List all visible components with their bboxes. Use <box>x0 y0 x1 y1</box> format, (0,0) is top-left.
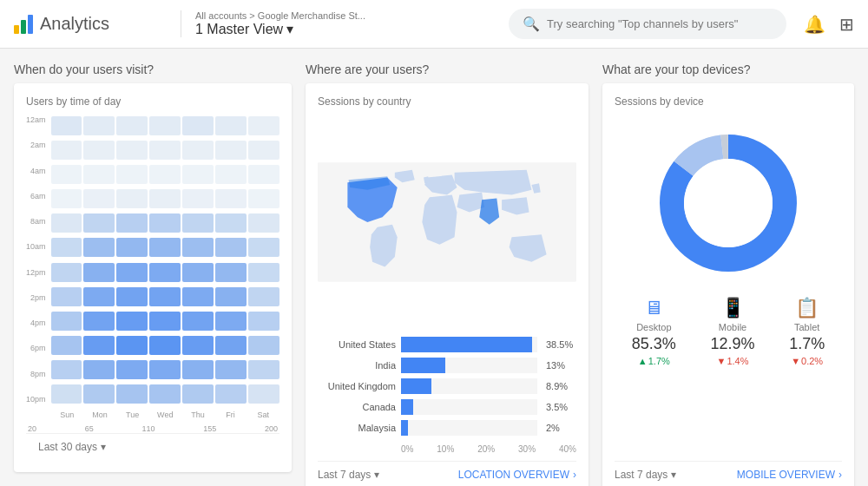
country-bar-row: United States38.5% <box>318 337 576 352</box>
heatmap-cell <box>182 360 214 379</box>
heatmap-cell <box>116 141 148 160</box>
heatmap-cell <box>215 238 247 257</box>
mobile-overview-link[interactable]: MOBILE OVERVIEW › <box>737 469 842 481</box>
tablet-pct: 1.7% <box>789 335 825 353</box>
heatmap-scale-value: 110 <box>141 424 155 433</box>
heatmap-cell <box>149 336 181 355</box>
search-icon: 🔍 <box>523 16 540 32</box>
country-bar-value: 8.9% <box>546 381 576 391</box>
heatmap-cell <box>116 116 148 135</box>
heatmap-cell <box>149 213 181 233</box>
heatmap-x-label: Sat <box>247 410 279 419</box>
map-card: Sessions by country <box>306 83 589 486</box>
search-placeholder: Try searching "Top channels by users" <box>547 17 738 30</box>
heatmap-x-label: Thu <box>181 410 214 419</box>
heatmap-inner: SunMonTueWedThuFriSat <box>51 116 279 419</box>
chevron-right-icon: › <box>573 469 576 481</box>
heatmap-cell <box>83 238 115 257</box>
heatmap-cell <box>215 360 247 379</box>
heatmap-cell <box>182 287 214 306</box>
x-axis-labels: 0%10%20%30%40% <box>318 444 576 454</box>
heatmap-cell <box>248 141 279 160</box>
heatmap-cell <box>83 287 115 306</box>
heatmap-cell <box>182 312 214 331</box>
search-bar[interactable]: 🔍 Try searching "Top channels by users" <box>509 9 786 39</box>
heatmap-scale-value: 65 <box>85 424 94 433</box>
heatmap-y-label: 2am <box>26 141 46 149</box>
chevron-down-icon: ▾ <box>374 469 379 481</box>
apps-grid-icon[interactable]: ⊞ <box>839 14 854 35</box>
chevron-down-icon: ▾ <box>671 469 676 481</box>
heatmap-footer[interactable]: Last 30 days ▾ <box>26 433 279 460</box>
heatmap-cell <box>83 165 115 184</box>
heatmap-cell <box>248 360 279 379</box>
heatmap-cell <box>182 189 214 208</box>
map-subtitle: Sessions by country <box>318 95 576 108</box>
mobile-change: ▼ 1.4% <box>717 356 749 366</box>
logo-area: Analytics <box>14 14 170 34</box>
heatmap-cell <box>149 384 181 404</box>
location-overview-link[interactable]: LOCATION OVERVIEW › <box>458 469 576 481</box>
heatmap-cell <box>149 116 181 135</box>
desktop-icon: 🖥 <box>644 297 663 319</box>
heatmap-cell <box>116 312 148 331</box>
heatmap-cell <box>215 287 247 306</box>
x-axis-label: 30% <box>518 444 536 454</box>
device-stats: 🖥 Desktop 85.3% ▲ 1.7% 📱 Mobile 12.9% ▼ … <box>615 297 842 366</box>
heatmap-cell <box>51 165 82 184</box>
left-section-title: When do your users visit? <box>14 62 292 76</box>
map-footer: Last 7 days ▾ LOCATION OVERVIEW › <box>318 461 576 481</box>
heatmap-y-label: 12am <box>26 116 46 124</box>
heatmap-x-label: Wed <box>148 410 181 419</box>
devices-footer-date[interactable]: Last 7 days ▾ <box>615 469 676 481</box>
heatmap-cell <box>116 189 148 208</box>
map-footer-date[interactable]: Last 7 days ▾ <box>318 469 379 481</box>
heatmap-cell <box>83 189 115 208</box>
country-label: Malaysia <box>318 423 396 433</box>
heatmap-cell <box>51 384 82 404</box>
world-map-area <box>318 116 576 328</box>
donut-chart-area <box>615 116 842 290</box>
heatmap-cell <box>215 141 247 160</box>
country-bar-row: Canada3.5% <box>318 399 576 415</box>
heatmap-cell <box>182 213 214 233</box>
heatmap-cell <box>248 287 279 306</box>
tablet-name: Tablet <box>794 322 819 332</box>
heatmap-cell <box>51 141 82 160</box>
donut-chart-svg <box>650 125 806 281</box>
desktop-name: Desktop <box>636 322 671 332</box>
heatmap-scale-value: 200 <box>265 424 278 433</box>
notification-icon[interactable]: 🔔 <box>804 14 825 35</box>
heatmap-scale: 2065110155200 <box>26 424 279 433</box>
heatmap-cell <box>182 141 214 160</box>
heatmap-cell <box>248 384 279 404</box>
breadcrumb: All accounts > Google Merchandise St... <box>195 10 498 21</box>
account-selector[interactable]: All accounts > Google Merchandise St... … <box>181 10 498 37</box>
heatmap-cell <box>116 238 148 257</box>
devices-card: Sessions by device 🖥 <box>602 83 854 486</box>
svg-point-5 <box>684 159 773 247</box>
heatmap-cell <box>116 336 148 355</box>
header-icons: 🔔 ⊞ <box>804 14 854 35</box>
heatmap-y-label: 8pm <box>26 371 46 378</box>
heatmap-cell <box>51 287 82 306</box>
heatmap-y-label: 6pm <box>26 345 46 352</box>
master-view-selector[interactable]: 1 Master View ▾ <box>195 21 498 37</box>
country-bar-row: Malaysia2% <box>318 420 576 436</box>
country-label: India <box>318 360 396 371</box>
devices-subtitle: Sessions by device <box>615 95 842 108</box>
x-axis-label: 20% <box>477 444 495 454</box>
heatmap-scale-value: 155 <box>203 424 216 433</box>
heatmap-x-label: Mon <box>83 410 116 419</box>
heatmap-cell <box>149 189 181 208</box>
heatmap-cell <box>215 312 247 331</box>
app-header: Analytics All accounts > Google Merchand… <box>0 0 868 49</box>
heatmap-cell <box>215 116 247 135</box>
heatmap-cell <box>116 384 148 404</box>
heatmap-cell <box>149 360 181 379</box>
heatmap-cell <box>149 238 181 257</box>
mobile-pct: 12.9% <box>710 335 754 353</box>
chevron-right-icon: › <box>838 469 842 481</box>
right-section-title: What are your top devices? <box>602 62 854 76</box>
heatmap-cell <box>51 238 82 257</box>
